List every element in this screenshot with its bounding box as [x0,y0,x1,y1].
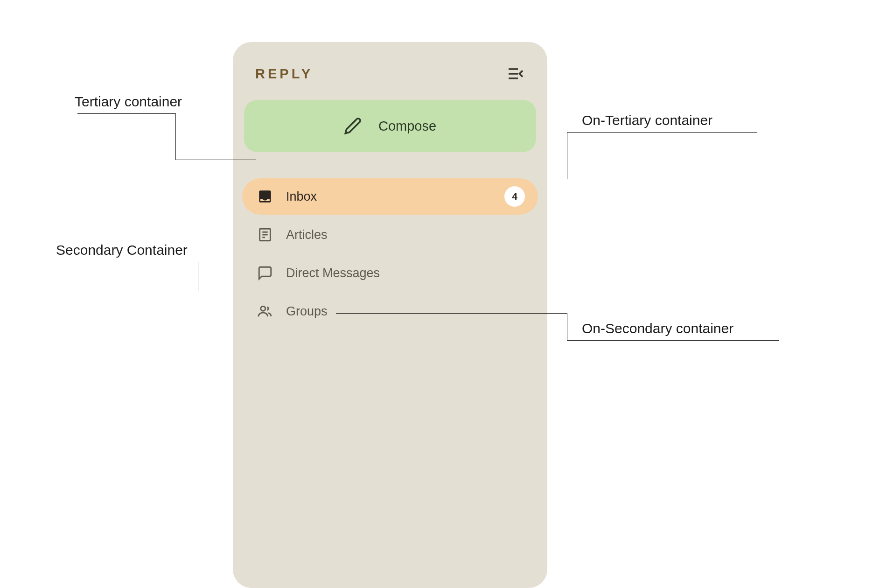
compose-label: Compose [378,119,436,134]
drawer-header: REPLY [242,55,538,100]
annotation-line [77,113,175,114]
annotation-line [175,113,176,160]
annotation-on-secondary: On-Secondary container [582,321,733,336]
article-icon [257,227,273,243]
menu-close-button[interactable] [506,64,525,83]
annotation-line [336,313,567,314]
annotation-secondary: Secondary Container [56,242,188,258]
annotation-line [567,132,757,133]
annotation-line [567,313,567,341]
annotation-line [567,132,567,179]
annotation-line [198,291,278,291]
pencil-icon [344,117,362,135]
annotation-line [420,179,567,179]
nav-label-groups: Groups [286,304,328,319]
annotation-line [198,262,198,291]
nav-item-groups[interactable]: Groups [242,293,538,329]
annotation-line [58,262,198,262]
nav-item-inbox[interactable]: Inbox 4 [242,178,538,215]
groups-icon [257,303,273,319]
annotation-line [567,340,779,341]
nav-item-direct-messages[interactable]: Direct Messages [242,255,538,291]
nav-label-articles: Articles [286,228,328,242]
annotation-tertiary: Tertiary container [75,94,182,110]
annotation-on-tertiary: On-Tertiary container [582,112,712,128]
svg-point-7 [261,306,265,311]
nav-item-articles[interactable]: Articles [242,217,538,253]
nav-label-inbox: Inbox [286,189,317,204]
menu-close-icon [506,64,525,83]
annotation-line [175,160,256,160]
inbox-badge: 4 [504,186,525,207]
navigation-drawer: REPLY Compose Inbox 4 Articles [233,42,547,588]
nav-label-dm: Direct Messages [286,266,380,280]
inbox-icon [257,189,273,204]
compose-button[interactable]: Compose [244,100,536,152]
brand-title: REPLY [255,66,313,82]
chat-icon [257,265,273,281]
